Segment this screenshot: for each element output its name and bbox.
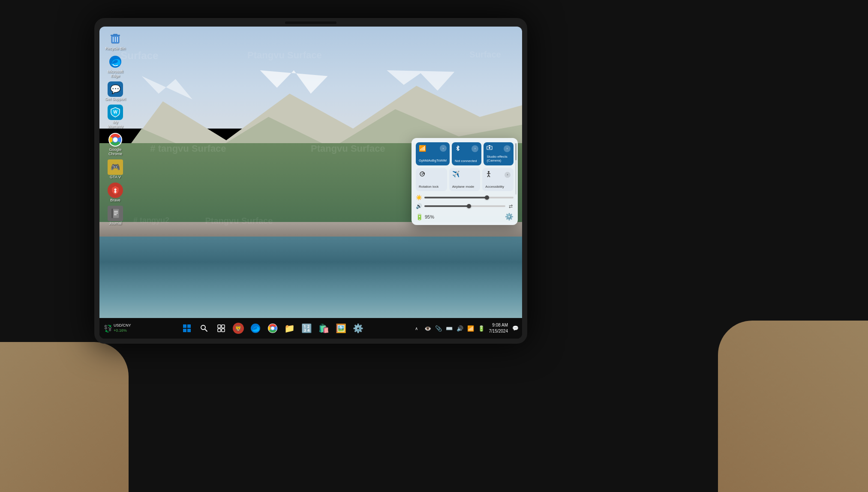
system-tray: ∧ 👁️ 📎 ⌨️ 🔊 📶 🔋 — [411, 321, 523, 336]
studio-label: Studio effects (Camera) — [487, 155, 511, 163]
svg-rect-23 — [489, 145, 490, 146]
volume-button[interactable]: ⇄ — [508, 204, 514, 209]
task-view-icon — [217, 324, 225, 332]
studio-icon — [487, 145, 493, 152]
tray-volume[interactable]: 🔊 — [455, 324, 465, 333]
taskbar-edge[interactable] — [248, 321, 263, 336]
tray-eye[interactable]: 👁️ — [423, 324, 432, 333]
taskbar-chrome[interactable] — [265, 321, 280, 336]
volume-slider-thumb — [467, 204, 471, 208]
taskbar-center: 🦁 — [134, 321, 411, 336]
volume-slider-fill — [424, 205, 469, 207]
desktop-icon-recycle-bin[interactable]: Recycle Bin — [104, 31, 127, 51]
tray-chevron[interactable]: ∧ — [411, 323, 422, 333]
svg-rect-40 — [222, 329, 225, 332]
qs-studio-tile[interactable]: › Studio effects (Camera) — [484, 142, 514, 165]
volume-slider-track[interactable] — [424, 205, 505, 207]
tray-paperclip[interactable]: 📎 — [434, 324, 443, 333]
qs-scrollbar-thumb — [515, 143, 517, 160]
recycle-bin-label: Recycle Bin — [105, 46, 126, 51]
qs-rotation-tile[interactable]: Rotation lock — [416, 168, 447, 191]
qs-top-tiles: 📶 › GpMdAsBgTsWiM — [416, 142, 514, 165]
qs-scrollbar — [515, 143, 517, 195]
currency-change: +0.16% — [114, 328, 131, 333]
left-hand — [0, 342, 129, 492]
rotation-icon — [419, 171, 444, 179]
bluetooth-icon — [455, 145, 461, 152]
svg-text:W: W — [113, 110, 117, 114]
volume-icon: 🔊 — [416, 203, 422, 209]
task-view-button[interactable] — [213, 321, 229, 336]
svg-rect-34 — [187, 329, 191, 332]
taskbar-calculator[interactable]: 🔢 — [299, 321, 315, 336]
brave-label: Brave — [110, 198, 120, 202]
tray-keyboard[interactable]: ⌨️ — [445, 324, 454, 333]
battery-info: 🔋 95% — [416, 213, 434, 220]
svg-rect-31 — [183, 324, 186, 328]
taskbar-explorer[interactable]: 📁 — [282, 321, 297, 336]
battery-icon: 🔋 — [416, 213, 423, 220]
wifi-label: GpMdAsBgTsWiM — [419, 159, 447, 163]
svg-marker-2 — [260, 70, 328, 93]
search-button[interactable] — [196, 321, 212, 336]
desktop-icon-brave[interactable]: Brave — [104, 183, 127, 202]
desktop-icon-edge[interactable]: MicrosoftEdge — [104, 54, 127, 78]
svg-line-30 — [489, 175, 490, 177]
chrome-icon — [108, 132, 123, 147]
device-outer-frame: Surface Ptangvu Surface Surface # tangvu… — [94, 18, 527, 344]
studio-arrow: › — [504, 145, 511, 152]
chrome-label: Google Chrome — [104, 147, 127, 156]
edge-icon — [108, 54, 123, 69]
qs-airplane-tile[interactable]: ✈️ Airplane mode — [449, 168, 481, 191]
tray-wifi[interactable]: 📶 — [466, 324, 475, 333]
taskbar-chrome-icon — [267, 323, 278, 333]
chevron-icon: ∧ — [415, 326, 418, 331]
svg-rect-38 — [222, 325, 225, 328]
svg-marker-4 — [142, 76, 192, 99]
tray-notification[interactable]: 💬 — [511, 321, 520, 336]
clock-date: 7/15/2024 — [489, 328, 508, 334]
battery-tray-icon: 🔋 — [478, 325, 485, 332]
desktop-icon-support[interactable]: 💬 Get Support — [104, 81, 127, 101]
accessibility-label: Accessibility — [485, 185, 511, 189]
currency-pair: USD/CNY — [114, 323, 131, 328]
tray-battery[interactable]: 🔋 — [477, 324, 486, 333]
taskbar-store[interactable]: 🛍️ — [316, 321, 332, 336]
desktop-icon-chrome[interactable]: Google Chrome — [104, 132, 127, 156]
airplane-icon: ✈️ — [452, 171, 478, 177]
desktop-icon-warranty[interactable]: W MyWarranty — [104, 105, 127, 129]
support-icon: 💬 — [108, 81, 123, 97]
currency-widget[interactable]: 💱 USD/CNY +0.16% — [101, 322, 134, 334]
warranty-icon: W — [108, 105, 123, 120]
qs-wifi-tile[interactable]: 📶 › GpMdAsBgTsWiM — [416, 142, 450, 165]
eye-icon: 👁️ — [424, 325, 431, 332]
wifi-tray-icon: 📶 — [467, 325, 474, 332]
taskbar-brave-icon: 🦁 — [233, 323, 244, 334]
start-button[interactable] — [179, 321, 195, 336]
qs-accessibility-tile[interactable]: › Accessibility — [482, 168, 514, 191]
gtav-label: GTA V — [110, 175, 121, 179]
clock-display[interactable]: 9:08 AM 7/15/2024 — [487, 322, 510, 334]
svg-rect-7 — [113, 34, 117, 35]
svg-rect-32 — [187, 324, 191, 328]
wifi-arrow: › — [440, 145, 447, 152]
qs-bluetooth-tile[interactable]: › Not connected — [452, 142, 482, 165]
desktop-icon-journal[interactable]: Journal — [104, 206, 127, 225]
qs-settings-gear[interactable]: ⚙️ — [505, 213, 514, 221]
lake — [99, 225, 522, 318]
battery-percent: 95% — [425, 214, 434, 219]
brightness-slider-track[interactable] — [424, 197, 514, 198]
svg-rect-17 — [111, 209, 113, 218]
svg-rect-37 — [218, 325, 221, 328]
bluetooth-label: Not connected — [455, 159, 479, 163]
currency-text: USD/CNY +0.16% — [114, 323, 131, 333]
desktop-icons-container: Recycle Bin MicrosoftEdge 💬 Get — [104, 31, 127, 225]
bt-arrow: › — [472, 145, 478, 152]
rotation-label: Rotation lock — [419, 185, 444, 189]
taskbar-settings[interactable]: ⚙️ — [351, 321, 366, 336]
volume-row: 🔊 ⇄ — [416, 203, 514, 209]
desktop-icon-gtav[interactable]: 🎮 GTA V — [104, 159, 127, 179]
taskbar-photos[interactable]: 🖼️ — [333, 321, 349, 336]
top-notch — [285, 21, 336, 24]
taskbar-brave[interactable]: 🦁 — [231, 321, 246, 336]
